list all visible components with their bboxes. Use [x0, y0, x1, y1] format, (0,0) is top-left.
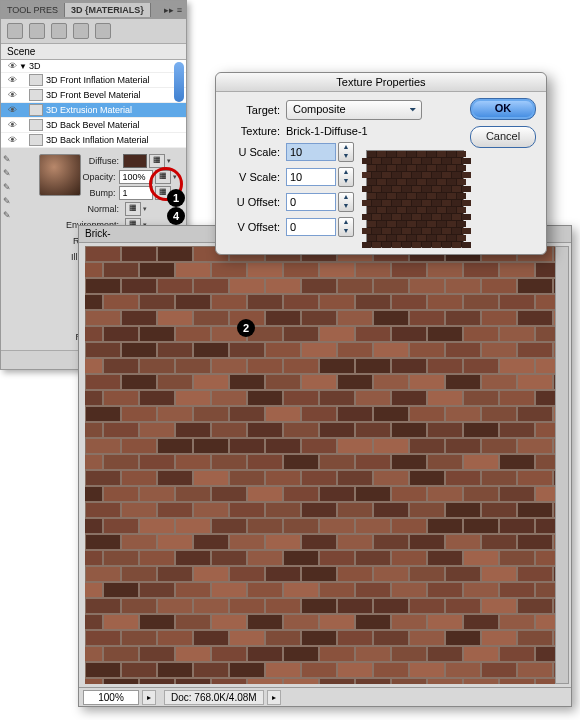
scene-item[interactable]: 👁 3D Back Inflation Material	[1, 133, 186, 148]
disclosure-icon[interactable]: ▼	[19, 62, 29, 71]
uoffset-stepper[interactable]: ▲▼	[338, 192, 354, 212]
canvas-area[interactable]	[85, 246, 555, 684]
normal-label: Normal:	[61, 204, 123, 214]
status-menu-icon[interactable]: ▸	[142, 690, 156, 705]
brush4-icon[interactable]: ✎	[3, 210, 15, 222]
cancel-button[interactable]: Cancel	[470, 126, 536, 148]
vscale-label: V Scale:	[226, 171, 286, 183]
light-icon[interactable]	[73, 23, 89, 39]
voffset-label: V Offset:	[226, 221, 286, 233]
brush2-icon[interactable]: ✎	[3, 182, 15, 194]
dialog-title: Texture Properties	[216, 73, 546, 92]
zoom-field[interactable]: 100%	[83, 690, 139, 705]
canvas-scrollbar[interactable]	[555, 246, 569, 684]
vscale-stepper[interactable]: ▲▼	[338, 167, 354, 187]
document-window: Brick- 100% ▸ Doc: 768.0K/4.08M ▸	[78, 225, 572, 707]
visibility-icon[interactable]: 👁	[5, 90, 19, 100]
scene-item-label: 3D Extrusion Material	[46, 105, 132, 115]
material-icon[interactable]	[51, 23, 67, 39]
scene-item-selected[interactable]: 👁 3D Extrusion Material	[1, 103, 186, 118]
visibility-icon[interactable]: 👁	[5, 75, 19, 85]
filter-icon[interactable]	[7, 23, 23, 39]
visibility-icon[interactable]: 👁	[5, 120, 19, 130]
vscale-input[interactable]	[286, 168, 336, 186]
doc-menu-icon[interactable]: ▸	[267, 690, 281, 705]
uscale-input[interactable]	[286, 143, 336, 161]
bump-input[interactable]	[119, 186, 153, 200]
bump-texture-button[interactable]: ▦	[155, 186, 170, 200]
panel-menu-icon[interactable]: ≡	[177, 5, 182, 15]
diffuse-swatch[interactable]	[123, 154, 147, 168]
brush-icon[interactable]: ✎	[3, 168, 15, 180]
material-thumb-icon	[29, 134, 43, 146]
texture-label: Texture:	[226, 125, 286, 137]
material-thumb-icon	[29, 89, 43, 101]
bump-menu-icon[interactable]: ▾	[173, 189, 182, 197]
normal-texture-button[interactable]: ▦	[125, 202, 141, 216]
material-preview-sphere[interactable]	[39, 154, 81, 196]
scene-scrollbar[interactable]	[174, 62, 184, 102]
visibility-icon[interactable]: 👁	[5, 135, 19, 145]
scene-item-label: 3D Front Inflation Material	[46, 75, 150, 85]
voffset-input[interactable]	[286, 218, 336, 236]
doc-size-label: Doc: 768.0K/4.08M	[164, 690, 264, 705]
uscale-label: U Scale:	[226, 146, 286, 158]
tab-3d-materials[interactable]: 3D {MATERIALS}	[65, 3, 151, 17]
scene-list[interactable]: 👁 ▼ 3D 👁 3D Front Inflation Material 👁 3…	[1, 60, 186, 148]
material-thumb-icon	[29, 119, 43, 131]
panel-collapse-icon[interactable]: ▸▸	[164, 5, 174, 15]
eyedropper-icon[interactable]: ✎	[3, 154, 15, 166]
diffuse-texture-button[interactable]: ▦	[149, 154, 165, 168]
voffset-stepper[interactable]: ▲▼	[338, 217, 354, 237]
status-bar: 100% ▸ Doc: 768.0K/4.08M ▸	[79, 687, 571, 706]
visibility-icon[interactable]: 👁	[5, 105, 19, 115]
texture-preview	[366, 150, 464, 248]
diffuse-menu-icon[interactable]: ▾	[167, 157, 177, 165]
scene-item-label: 3D	[29, 61, 41, 71]
scene-item-label: 3D Front Bevel Material	[46, 90, 141, 100]
mesh-icon[interactable]	[29, 23, 45, 39]
opacity-menu-icon[interactable]: ▾	[173, 173, 182, 181]
normal-menu-icon[interactable]: ▾	[143, 205, 153, 213]
scene-item[interactable]: 👁 3D Back Bevel Material	[1, 118, 186, 133]
visibility-icon[interactable]: 👁	[5, 61, 19, 71]
uoffset-input[interactable]	[286, 193, 336, 211]
scene-item-label: 3D Back Bevel Material	[46, 120, 140, 130]
texture-properties-dialog: Texture Properties Target: Composite Tex…	[215, 72, 547, 255]
scene-item-label: 3D Back Inflation Material	[46, 135, 149, 145]
side-tool-icons: ✎ ✎ ✎ ✎ ✎	[3, 154, 15, 222]
target-select[interactable]: Composite	[286, 100, 422, 120]
uoffset-label: U Offset:	[226, 196, 286, 208]
grid-icon[interactable]	[95, 23, 111, 39]
brush3-icon[interactable]: ✎	[3, 196, 15, 208]
scene-item[interactable]: 👁 3D Front Bevel Material	[1, 88, 186, 103]
panel-tab-bar: TOOL PRES 3D {MATERIALS} ▸▸ ≡	[1, 1, 186, 19]
scene-item[interactable]: 👁 3D Front Inflation Material	[1, 73, 186, 88]
material-thumb-icon	[29, 104, 43, 116]
scene-header: Scene	[1, 44, 186, 60]
uscale-stepper[interactable]: ▲▼	[338, 142, 354, 162]
opacity-texture-button[interactable]: ▦	[155, 170, 170, 184]
tab-tool-presets[interactable]: TOOL PRES	[1, 3, 65, 17]
opacity-input[interactable]	[119, 170, 153, 184]
material-thumb-icon	[29, 74, 43, 86]
scene-item-3d[interactable]: 👁 ▼ 3D	[1, 60, 186, 73]
texture-name: Brick-1-Diffuse-1	[286, 125, 368, 137]
panel-toolbar	[1, 19, 186, 44]
ok-button[interactable]: OK	[470, 98, 536, 120]
target-label: Target:	[226, 104, 286, 116]
